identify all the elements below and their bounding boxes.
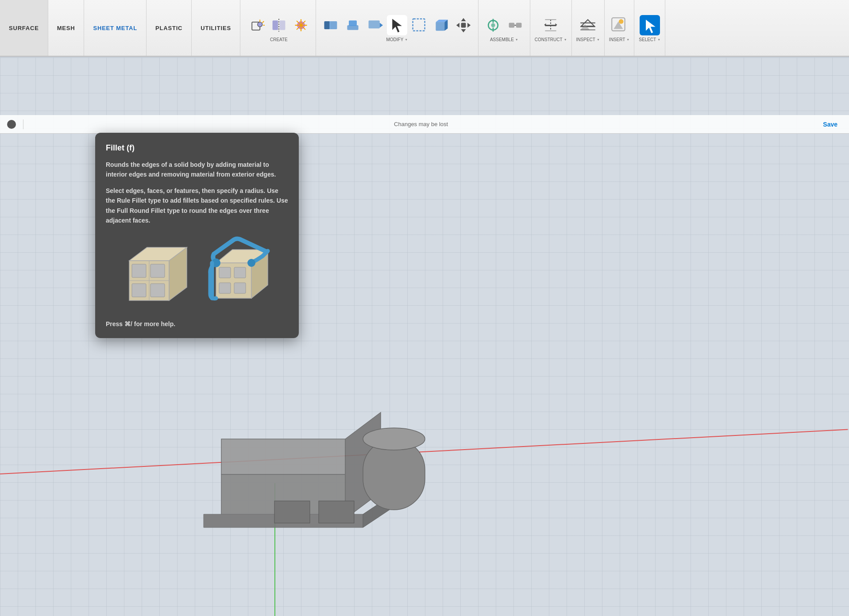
tab-plastic[interactable]: PLASTIC xyxy=(147,0,192,56)
solid-box-btn[interactable] xyxy=(431,15,452,35)
tooltip-images xyxy=(106,234,288,312)
mirror-icon xyxy=(271,17,287,33)
svg-rect-81 xyxy=(234,283,246,293)
box-select-btn[interactable] xyxy=(409,15,429,35)
cursor-icon xyxy=(389,17,405,33)
svg-rect-61 xyxy=(274,501,310,523)
box-select-icon xyxy=(411,17,427,33)
svg-rect-6 xyxy=(280,20,286,30)
svg-rect-80 xyxy=(219,283,231,293)
construct-btn[interactable] xyxy=(540,15,561,35)
inspect-btn[interactable] xyxy=(578,15,598,35)
tooltip-para2: Select edges, faces, or features, then s… xyxy=(106,186,288,226)
sheet-icon xyxy=(323,17,339,33)
save-button[interactable]: Save xyxy=(818,119,842,130)
move4-icon xyxy=(455,17,471,33)
tooltip-title: Fillet (f) xyxy=(106,143,288,153)
create-label: CREATE xyxy=(270,37,288,42)
changes-text: Changes may be lost xyxy=(31,121,811,127)
inspect-icon xyxy=(579,15,597,35)
create-section: CREATE xyxy=(242,0,316,56)
tooltip-body: Rounds the edges of a solid body by addi… xyxy=(106,160,288,225)
select-btn[interactable] xyxy=(640,15,660,35)
svg-rect-79 xyxy=(234,267,246,278)
svg-marker-20 xyxy=(392,19,402,32)
status-dot[interactable] xyxy=(7,120,16,129)
svg-marker-25 xyxy=(461,18,466,21)
svg-rect-71 xyxy=(151,284,165,297)
cylinder xyxy=(363,428,425,510)
tab-sheet-metal[interactable]: SHEET METAL xyxy=(84,0,147,56)
svg-point-76 xyxy=(247,259,255,267)
before-fillet-illustration xyxy=(116,234,193,312)
svg-line-3 xyxy=(262,21,264,23)
assemble-label[interactable]: ASSEMBLE ▼ xyxy=(490,37,518,42)
main-toolbar: SURFACE MESH SHEET METAL PLASTIC UTILITI… xyxy=(0,0,849,57)
inspect-label[interactable]: INSPECT ▼ xyxy=(576,37,600,42)
svg-rect-17 xyxy=(349,20,357,26)
svg-marker-28 xyxy=(467,23,471,27)
insert-btn[interactable] xyxy=(609,15,629,35)
svg-rect-69 xyxy=(151,264,165,277)
svg-rect-78 xyxy=(219,267,231,278)
svg-rect-14 xyxy=(324,21,330,29)
toolbar-tools: CREATE xyxy=(240,0,849,56)
assemble2-btn[interactable] xyxy=(505,15,525,35)
construct-icon xyxy=(541,15,560,35)
status-bar: Changes may be lost Save xyxy=(0,115,849,134)
svg-rect-34 xyxy=(509,23,514,27)
construct-section: CONSTRUCT ▼ xyxy=(530,0,572,56)
insert-label[interactable]: INSERT ▼ xyxy=(609,37,629,42)
assemble-chevron: ▼ xyxy=(515,38,518,41)
cursor-btn[interactable] xyxy=(387,15,407,35)
tab-utilities[interactable]: UTILITIES xyxy=(192,0,240,56)
sparkle-icon-btn[interactable] xyxy=(291,15,311,35)
select-label[interactable]: SELECT ▼ xyxy=(639,37,660,42)
arrow-btn[interactable] xyxy=(365,15,385,35)
insert-icons xyxy=(609,15,629,35)
svg-rect-18 xyxy=(368,20,379,28)
tooltip-para1: Rounds the edges of a solid body by addi… xyxy=(106,160,288,180)
create-icons xyxy=(247,15,311,35)
tab-mesh[interactable]: MESH xyxy=(48,0,85,56)
construct-chevron: ▼ xyxy=(564,38,567,41)
modify-label[interactable]: MODIFY ▼ xyxy=(386,37,408,42)
sheet-btn[interactable] xyxy=(320,15,341,35)
svg-marker-55 xyxy=(221,439,345,474)
sparkle-icon xyxy=(293,17,309,33)
select-icons xyxy=(640,15,660,35)
assemble1-btn[interactable] xyxy=(483,15,503,35)
svg-rect-5 xyxy=(272,20,278,30)
assemble1-icon xyxy=(485,17,501,33)
mirror-icon-btn[interactable] xyxy=(269,15,289,35)
tab-surface[interactable]: SURFACE xyxy=(0,0,48,56)
canvas-area[interactable]: Changes may be lost Save xyxy=(0,58,849,616)
select-section: SELECT ▼ xyxy=(634,0,665,56)
svg-rect-29 xyxy=(461,23,466,27)
svg-rect-35 xyxy=(516,23,522,27)
3d-model xyxy=(133,350,443,550)
move4-btn[interactable] xyxy=(453,15,474,35)
modify-section: MODIFY ▼ xyxy=(316,0,479,56)
svg-rect-22 xyxy=(436,22,444,31)
fillet-tooltip: Fillet (f) Rounds the edges of a solid b… xyxy=(95,133,299,338)
svg-marker-26 xyxy=(461,29,466,32)
inspect-section: INSPECT ▼ xyxy=(572,0,605,56)
assemble2-icon xyxy=(507,17,523,33)
modify-chevron: ▼ xyxy=(405,38,408,41)
modify-icons xyxy=(320,15,474,35)
status-divider xyxy=(23,119,23,129)
construct-label[interactable]: CONSTRUCT ▼ xyxy=(535,37,567,42)
construct-icons xyxy=(540,15,561,35)
box-icon-btn[interactable] xyxy=(247,15,267,35)
svg-rect-21 xyxy=(413,19,424,31)
svg-point-1 xyxy=(258,22,262,27)
select-icon xyxy=(642,17,658,33)
box-icon xyxy=(249,17,265,33)
extrude-btn[interactable] xyxy=(343,15,363,35)
svg-rect-68 xyxy=(132,264,146,277)
svg-rect-62 xyxy=(319,501,354,523)
select-chevron: ▼ xyxy=(657,38,660,41)
insert-icon xyxy=(610,15,629,35)
svg-point-31 xyxy=(491,23,495,27)
